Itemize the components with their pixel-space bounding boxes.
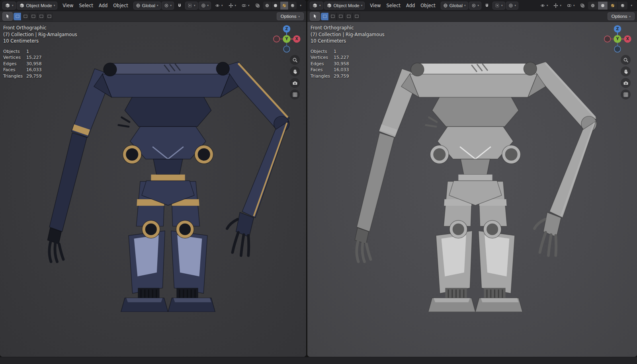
viewport-canvas[interactable]: Front Orthographic (7) Collection | Rig-… xyxy=(0,21,306,357)
shading-dropdown[interactable]: ▾ xyxy=(297,2,304,10)
chevron-down-icon: ▾ xyxy=(248,4,250,7)
chevron-down-icon: ▾ xyxy=(560,4,561,7)
axis-x-neg-ball[interactable] xyxy=(274,36,280,42)
select-mode-intersect-button[interactable] xyxy=(45,13,53,20)
navigation-gizmo[interactable]: Z X Y xyxy=(271,23,302,55)
zoom-icon xyxy=(623,57,629,63)
gizmos-dropdown[interactable]: ▾ xyxy=(551,2,564,10)
tool-header: Options▾ xyxy=(307,11,637,22)
chevron-down-icon: ▾ xyxy=(319,4,321,7)
orientation-select[interactable]: Global▾ xyxy=(133,2,161,10)
rendered-sphere-icon xyxy=(290,3,295,8)
object-mode-icon xyxy=(326,3,332,8)
xray-icon xyxy=(255,3,260,8)
options-dropdown[interactable]: Options▾ xyxy=(608,12,635,20)
active-tool-button[interactable] xyxy=(310,12,320,21)
visibility-dropdown[interactable]: ▾ xyxy=(538,2,551,10)
shading-solid-button[interactable] xyxy=(272,2,279,10)
snap-settings[interactable]: ▾ xyxy=(185,2,198,10)
select-box-icon xyxy=(31,14,36,19)
proportional-editing[interactable]: ▾ xyxy=(506,2,519,10)
menubar: View Select Add Object xyxy=(367,2,438,10)
editor-type-button[interactable]: ▾ xyxy=(310,2,323,10)
menu-select[interactable]: Select xyxy=(384,2,403,10)
select-box-icon xyxy=(330,14,335,19)
select-mode-subtract-button[interactable] xyxy=(337,13,344,20)
select-mode-group xyxy=(14,13,53,20)
zoom-button[interactable] xyxy=(290,55,300,65)
axis-x-neg-ball[interactable] xyxy=(604,36,611,42)
shading-wireframe-button[interactable] xyxy=(263,2,271,10)
select-mode-extend-button[interactable] xyxy=(21,13,29,20)
axis-z-neg-ball[interactable] xyxy=(614,46,621,53)
camera-view-button[interactable] xyxy=(290,78,300,88)
overlays-dropdown[interactable]: ▾ xyxy=(239,2,252,10)
editor-type-button[interactable]: ▾ xyxy=(2,2,16,10)
wireframe-sphere-icon xyxy=(265,3,270,8)
select-mode-invert-button[interactable] xyxy=(37,13,45,20)
object-mode-icon xyxy=(19,3,25,8)
toggle-projection-button[interactable] xyxy=(621,90,631,99)
overlays-dropdown[interactable]: ▾ xyxy=(565,2,577,10)
toggle-projection-button[interactable] xyxy=(290,90,300,99)
proportional-editing[interactable]: ▾ xyxy=(199,2,211,10)
shading-rendered-button[interactable] xyxy=(289,2,297,10)
navigation-gizmo[interactable]: Z X Y xyxy=(602,23,633,55)
select-mode-set-button[interactable] xyxy=(14,13,21,20)
snap-toggle[interactable] xyxy=(482,2,492,10)
pivot-point-select[interactable]: ▾ xyxy=(469,2,482,10)
xray-toggle[interactable] xyxy=(578,2,587,10)
shading-rendered-button[interactable] xyxy=(618,2,627,10)
select-box-icon xyxy=(322,14,327,19)
shading-material-button[interactable] xyxy=(280,2,288,10)
select-mode-intersect-button[interactable] xyxy=(353,13,360,20)
menu-select[interactable]: Select xyxy=(76,2,96,10)
gizmos-dropdown[interactable]: ▾ xyxy=(226,2,239,10)
viewport-canvas[interactable]: Front Orthographic (7) Collection | Rig-… xyxy=(307,21,637,357)
mech-model[interactable] xyxy=(37,53,299,312)
axis-z-label: Z xyxy=(285,27,288,31)
select-mode-extend-button[interactable] xyxy=(329,13,336,20)
mech-model[interactable] xyxy=(344,53,607,312)
menu-add[interactable]: Add xyxy=(403,2,418,10)
axis-z-neg-ball[interactable] xyxy=(283,46,290,53)
viewport-info: Front Orthographic (7) Collection | Rig-… xyxy=(311,25,385,79)
select-mode-set-button[interactable] xyxy=(321,13,328,20)
chevron-down-icon: ▾ xyxy=(235,4,236,7)
chevron-down-icon: ▾ xyxy=(54,4,55,7)
zoom-button[interactable] xyxy=(621,55,631,65)
solid-sphere-icon xyxy=(600,3,605,8)
grid-icon xyxy=(623,92,629,97)
select-mode-invert-button[interactable] xyxy=(345,13,352,20)
viewport-info: Front Orthographic (7) Collection | Rig-… xyxy=(3,25,77,79)
pan-button[interactable] xyxy=(290,66,300,76)
shading-solid-button[interactable] xyxy=(598,2,608,10)
pivot-point-select[interactable]: ▾ xyxy=(162,2,174,10)
snap-settings[interactable]: ▾ xyxy=(492,2,505,10)
snap-toggle[interactable] xyxy=(175,2,184,10)
camera-view-button[interactable] xyxy=(621,78,631,88)
active-tool-button[interactable] xyxy=(2,12,13,21)
gizmo-icon xyxy=(229,3,233,8)
zoom-icon xyxy=(292,57,298,63)
mode-select[interactable]: Object Mode▾ xyxy=(324,2,365,10)
options-dropdown[interactable]: Options▾ xyxy=(277,12,304,20)
select-mode-subtract-button[interactable] xyxy=(29,13,37,20)
visibility-dropdown[interactable]: ▾ xyxy=(213,2,225,10)
xray-toggle[interactable] xyxy=(253,2,262,10)
pan-button[interactable] xyxy=(621,66,631,76)
shading-dropdown[interactable]: ▾ xyxy=(628,2,635,10)
menu-view[interactable]: View xyxy=(60,2,76,10)
viewport-header: ▾ Object Mode▾ View Select Add Object Gl… xyxy=(0,0,306,11)
menu-view[interactable]: View xyxy=(367,2,383,10)
shading-material-button[interactable] xyxy=(608,2,617,10)
shading-wireframe-button[interactable] xyxy=(588,2,598,10)
orientation-select[interactable]: Global▾ xyxy=(441,2,468,10)
menu-add[interactable]: Add xyxy=(96,2,110,10)
chevron-down-icon: ▾ xyxy=(12,4,14,7)
mode-select[interactable]: Object Mode▾ xyxy=(17,2,58,10)
menu-object[interactable]: Object xyxy=(418,2,438,10)
orientation-label: Global xyxy=(142,3,155,8)
options-label: Options xyxy=(281,14,297,19)
menu-object[interactable]: Object xyxy=(110,2,131,10)
